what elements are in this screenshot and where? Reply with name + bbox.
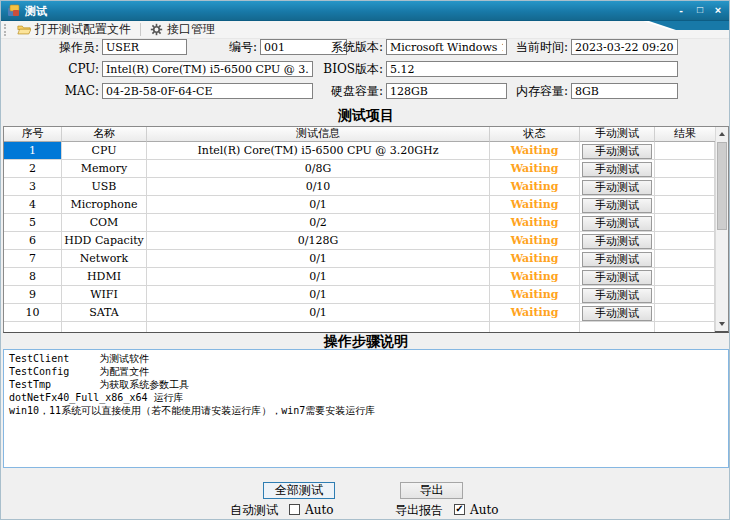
row-status-cell[interactable]: Waiting [490, 196, 580, 214]
row-info-cell[interactable]: 0/1 [147, 286, 490, 304]
row-index-cell[interactable]: 10 [4, 304, 62, 322]
manual-test-button[interactable]: 手动测试 [582, 270, 652, 285]
bios-version-field[interactable] [386, 61, 678, 77]
row-result-cell[interactable] [655, 196, 715, 214]
row-index-cell[interactable]: 6 [4, 232, 62, 250]
row-result-cell[interactable] [655, 142, 715, 160]
row-name-cell[interactable]: SATA [62, 304, 147, 322]
table-row[interactable]: 2Memory0/8GWaiting手动测试 [4, 160, 715, 178]
row-info-cell[interactable]: 0/1 [147, 196, 490, 214]
manual-test-button[interactable]: 手动测试 [582, 162, 652, 177]
row-name-cell[interactable]: WIFI [62, 286, 147, 304]
hdd-capacity-field[interactable] [386, 83, 507, 99]
row-name-cell[interactable]: USB [62, 178, 147, 196]
table-row[interactable]: 4Microphone0/1Waiting手动测试 [4, 196, 715, 214]
row-result-cell[interactable] [655, 250, 715, 268]
row-index-cell[interactable]: 4 [4, 196, 62, 214]
row-name-cell[interactable]: HDD Capacity [62, 232, 147, 250]
row-index-cell[interactable]: 7 [4, 250, 62, 268]
scroll-down-arrow[interactable] [716, 317, 728, 331]
scrollbar-thumb[interactable] [717, 142, 727, 230]
header-status[interactable]: 状态 [490, 127, 580, 142]
row-index-cell[interactable]: 9 [4, 286, 62, 304]
manual-test-button[interactable]: 手动测试 [582, 180, 652, 195]
table-row[interactable]: 3USB0/10Waiting手动测试 [4, 178, 715, 196]
row-status-cell[interactable]: Waiting [490, 250, 580, 268]
header-result[interactable]: 结果 [655, 127, 715, 142]
table-row[interactable]: 5COM0/2Waiting手动测试 [4, 214, 715, 232]
row-info-cell[interactable]: 0/1 [147, 268, 490, 286]
row-index-cell[interactable]: 3 [4, 178, 62, 196]
header-name[interactable]: 名称 [62, 127, 147, 142]
instructions-textarea[interactable]: TestClient 为测试软件TestConfig 为配置文件TestTmp … [3, 349, 729, 468]
table-scrollbar[interactable] [715, 127, 728, 331]
row-info-cell[interactable]: 0/10 [147, 178, 490, 196]
minimize-button[interactable]: - [673, 3, 689, 17]
interface-mgmt-button[interactable]: 接口管理 [144, 22, 221, 38]
table-row[interactable]: 7Network0/1Waiting手动测试 [4, 250, 715, 268]
row-info-cell[interactable]: 0/1 [147, 304, 490, 322]
table-row[interactable]: 10SATA0/1Waiting手动测试 [4, 304, 715, 322]
row-status-cell[interactable]: Waiting [490, 304, 580, 322]
row-status-cell[interactable]: Waiting [490, 268, 580, 286]
auto-test-checkbox[interactable] [289, 504, 300, 515]
header-info[interactable]: 测试信息 [147, 127, 490, 142]
manual-test-button[interactable]: 手动测试 [582, 252, 652, 267]
row-result-cell[interactable] [655, 304, 715, 322]
manual-test-button[interactable]: 手动测试 [582, 288, 652, 303]
manual-test-button[interactable]: 手动测试 [582, 216, 652, 231]
row-info-cell[interactable]: 0/8G [147, 160, 490, 178]
header-manual[interactable]: 手动测试 [580, 127, 655, 142]
maximize-button[interactable]: □ [692, 3, 708, 17]
manual-test-button[interactable]: 手动测试 [582, 306, 652, 321]
row-status-cell[interactable]: Waiting [490, 286, 580, 304]
table-row[interactable]: 8HDMI0/1Waiting手动测试 [4, 268, 715, 286]
row-result-cell[interactable] [655, 178, 715, 196]
table-row[interactable]: 1CPUIntel(R) Core(TM) i5-6500 CPU @ 3.20… [4, 142, 715, 160]
row-status-cell[interactable]: Waiting [490, 142, 580, 160]
row-status-cell[interactable]: Waiting [490, 232, 580, 250]
row-info-cell[interactable]: 0/128G [147, 232, 490, 250]
current-time-field[interactable] [571, 39, 678, 55]
export-button[interactable]: 导出 [400, 482, 463, 499]
row-name-cell[interactable]: Memory [62, 160, 147, 178]
row-status-cell[interactable]: Waiting [490, 160, 580, 178]
table-row[interactable]: 6HDD Capacity0/128GWaiting手动测试 [4, 232, 715, 250]
toolbar-grip[interactable] [4, 24, 6, 36]
row-name-cell[interactable]: COM [62, 214, 147, 232]
titlebar[interactable]: 测试 - □ × [1, 1, 730, 21]
row-index-cell[interactable]: 1 [4, 142, 62, 160]
operator-field[interactable] [102, 39, 187, 55]
row-info-cell[interactable]: 0/1 [147, 250, 490, 268]
manual-test-button[interactable]: 手动测试 [582, 198, 652, 213]
row-result-cell[interactable] [655, 214, 715, 232]
mac-field[interactable] [102, 83, 313, 99]
row-result-cell[interactable] [655, 268, 715, 286]
manual-test-button[interactable]: 手动测试 [582, 234, 652, 249]
cpu-field[interactable] [102, 61, 313, 77]
table-row[interactable]: 9WIFI0/1Waiting手动测试 [4, 286, 715, 304]
row-index-cell[interactable]: 2 [4, 160, 62, 178]
export-report-checkbox[interactable] [454, 504, 465, 515]
row-result-cell[interactable] [655, 160, 715, 178]
row-name-cell[interactable]: HDMI [62, 268, 147, 286]
scroll-up-arrow[interactable] [716, 127, 728, 141]
os-version-field[interactable] [386, 39, 507, 55]
row-result-cell[interactable] [655, 286, 715, 304]
close-button[interactable]: × [710, 3, 726, 17]
row-index-cell[interactable]: 5 [4, 214, 62, 232]
manual-test-button[interactable]: 手动测试 [582, 144, 652, 159]
row-name-cell[interactable]: Microphone [62, 196, 147, 214]
row-result-cell[interactable] [655, 232, 715, 250]
row-info-cell[interactable]: Intel(R) Core(TM) i5-6500 CPU @ 3.20GHz [147, 142, 490, 160]
row-status-cell[interactable]: Waiting [490, 178, 580, 196]
row-status-cell[interactable]: Waiting [490, 214, 580, 232]
ram-capacity-field[interactable] [571, 83, 678, 99]
row-name-cell[interactable]: CPU [62, 142, 147, 160]
header-index[interactable]: 序号 [4, 127, 62, 142]
row-name-cell[interactable]: Network [62, 250, 147, 268]
test-all-button[interactable]: 全部测试 [263, 482, 335, 499]
row-index-cell[interactable]: 8 [4, 268, 62, 286]
row-info-cell[interactable]: 0/2 [147, 214, 490, 232]
open-config-button[interactable]: 打开测试配置文件 [11, 22, 137, 38]
